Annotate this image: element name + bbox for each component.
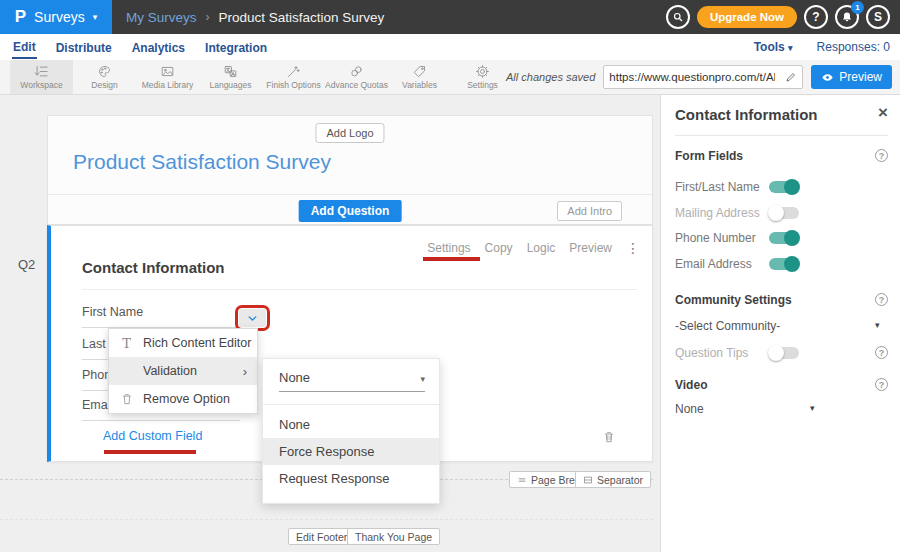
add-custom-field-link[interactable]: Add Custom Field (103, 429, 202, 443)
community-select[interactable]: -Select Community- (675, 319, 780, 333)
validation-submenu-panel: None ▾ None Force Response Request Respo… (262, 358, 440, 504)
survey-header-card: Add Logo Product Satisfaction Survey Add… (47, 115, 653, 225)
toolbar-label: Languages (209, 80, 251, 90)
toggle-first-last-name[interactable] (769, 181, 799, 193)
divider (263, 404, 439, 405)
toolbar-item-media-library[interactable]: Media Library (136, 60, 199, 94)
toolbar-label: Finish Options (266, 80, 320, 90)
toggle-knob (784, 179, 800, 195)
notifications-button[interactable]: 1 (835, 5, 859, 29)
menu-item-validation[interactable]: Validation › (109, 357, 257, 385)
tab-integration[interactable]: Integration (204, 37, 268, 58)
question-action-copy[interactable]: Copy (485, 241, 513, 255)
question-title[interactable]: Contact Information (82, 259, 225, 276)
caret-down-icon[interactable]: ▾ (810, 403, 815, 413)
more-options-icon[interactable]: ⋮ (626, 240, 640, 256)
delete-question-button[interactable] (602, 430, 617, 445)
question-action-logic[interactable]: Logic (527, 241, 556, 255)
community-settings-help-icon[interactable]: ? (875, 293, 888, 306)
breadcrumb-current-survey: Product Satisfaction Survey (219, 10, 385, 25)
question-actions: Settings Copy Logic Preview ⋮ (427, 240, 640, 256)
separator-button[interactable]: Separator (575, 471, 651, 488)
toggle-email-address[interactable] (769, 258, 799, 270)
add-question-button[interactable]: Add Question (299, 200, 402, 222)
annotation-custom-field-underline (104, 450, 196, 454)
notification-badge: 1 (851, 1, 864, 14)
responses-count[interactable]: Responses: 0 (817, 40, 890, 54)
video-heading: Video (675, 378, 707, 392)
add-logo-button[interactable]: Add Logo (315, 123, 384, 143)
toolbar-item-languages[interactable]: Languages (199, 60, 262, 94)
separator-label: Separator (597, 474, 643, 486)
field-first-name[interactable]: First Name (82, 305, 240, 328)
validation-option-force-response[interactable]: Force Response (263, 438, 439, 465)
toolbar-label: Advance Quotas (325, 80, 388, 90)
question-tips-help-icon[interactable]: ? (875, 346, 888, 359)
validation-selected-value: None (279, 370, 310, 385)
tab-edit[interactable]: Edit (12, 36, 37, 59)
breadcrumb-separator-icon: › (206, 10, 210, 24)
chain-links-icon (349, 64, 364, 79)
option-label: Request Response (279, 471, 390, 486)
option-label: None (279, 417, 310, 432)
question-action-preview[interactable]: Preview (569, 241, 612, 255)
bell-icon (841, 11, 853, 23)
chevron-down-icon: ▾ (93, 13, 98, 22)
workspace-icon (34, 64, 49, 79)
survey-url-input[interactable] (604, 71, 780, 83)
close-icon[interactable]: × (878, 104, 888, 121)
preview-button[interactable]: Preview (811, 65, 892, 89)
upgrade-now-label: Upgrade Now (710, 11, 784, 23)
form-fields-help-icon[interactable]: ? (875, 149, 888, 162)
thank-you-page-button[interactable]: Thank You Page (347, 528, 440, 545)
breadcrumb-my-surveys[interactable]: My Surveys (126, 10, 197, 25)
toggle-phone-number[interactable] (769, 232, 799, 244)
tab-distribute[interactable]: Distribute (55, 37, 113, 58)
search-button[interactable] (666, 5, 690, 29)
question-number: Q2 (18, 257, 35, 272)
tools-menu[interactable]: Tools ▾ (754, 40, 793, 54)
field-options-dropdown-button[interactable] (239, 309, 266, 327)
toolbar-label: Media Library (142, 80, 194, 90)
toggle-mailing-address[interactable] (769, 207, 799, 219)
trash-icon (119, 392, 134, 406)
tools-label: Tools (754, 40, 785, 54)
caret-down-icon[interactable]: ▾ (875, 320, 880, 330)
magic-wand-icon (286, 64, 301, 79)
video-help-icon[interactable]: ? (875, 378, 888, 391)
product-menu[interactable]: P Surveys ▾ (0, 0, 112, 34)
question-action-settings[interactable]: Settings (427, 241, 470, 255)
footer-line (0, 519, 653, 520)
survey-canvas: Add Logo Product Satisfaction Survey Add… (0, 95, 660, 552)
eye-icon (821, 71, 834, 84)
validation-option-request-response[interactable]: Request Response (263, 465, 439, 492)
account-avatar[interactable]: S (866, 5, 890, 29)
toolbar-label: Variables (402, 80, 437, 90)
toolbar-item-finish-options[interactable]: Finish Options (262, 60, 325, 94)
validation-select[interactable]: None ▾ (279, 370, 425, 392)
toggle-knob (768, 205, 784, 221)
toggle-label-phone-number: Phone Number (675, 231, 756, 245)
survey-title[interactable]: Product Satisfaction Survey (73, 150, 331, 174)
tab-analytics[interactable]: Analytics (131, 37, 186, 58)
edit-url-button[interactable] (780, 66, 802, 88)
toggle-question-tips[interactable] (769, 347, 799, 359)
help-icon: ? (812, 10, 819, 24)
help-button[interactable]: ? (804, 5, 828, 29)
toolbar-item-settings[interactable]: Settings (451, 60, 514, 94)
chevron-down-icon (246, 312, 259, 325)
toolbar-item-variables[interactable]: Variables (388, 60, 451, 94)
menu-item-remove-option[interactable]: Remove Option (109, 385, 257, 413)
edit-footer-button[interactable]: Edit Footer (288, 528, 355, 545)
toolbar-item-design[interactable]: Design (73, 60, 136, 94)
add-intro-button[interactable]: Add Intro (557, 201, 622, 221)
video-select[interactable]: None (675, 402, 704, 416)
question-tips-label: Question Tips (675, 346, 748, 360)
validation-option-none[interactable]: None (263, 411, 439, 438)
menu-item-rich-content-editor[interactable]: T Rich Content Editor (109, 329, 257, 357)
breadcrumb: My Surveys › Product Satisfaction Survey (126, 0, 384, 34)
upgrade-now-button[interactable]: Upgrade Now (697, 6, 797, 28)
toolbar-item-workspace[interactable]: Workspace (10, 60, 73, 94)
header-actions: Upgrade Now ? 1 S (666, 0, 890, 34)
toolbar-item-advance-quotas[interactable]: Advance Quotas (325, 60, 388, 94)
